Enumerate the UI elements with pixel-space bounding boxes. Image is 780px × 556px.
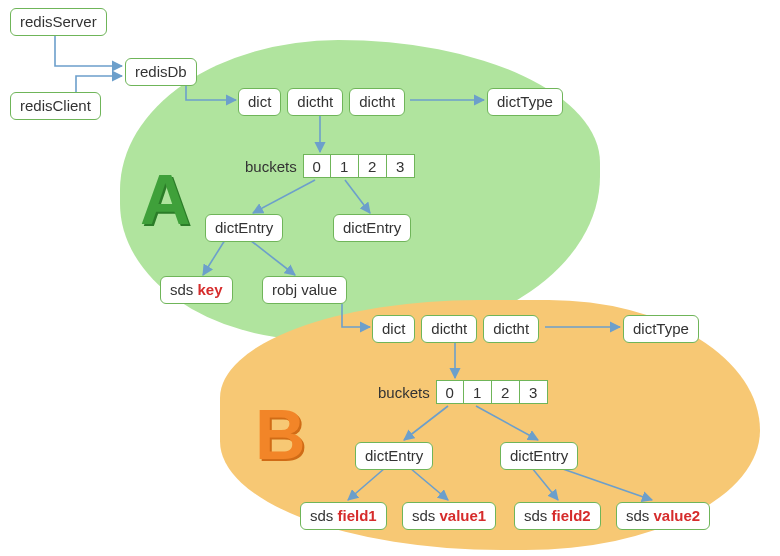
node-b-sds-field1: sds field1 [300, 502, 387, 530]
text-a-value: value [301, 281, 337, 298]
node-b-dictht-1: dictht [421, 315, 477, 343]
cell-b-bucket-3: 3 [520, 380, 548, 404]
node-a-dictht-1: dictht [287, 88, 343, 116]
node-a-dict: dict [238, 88, 281, 116]
node-b-sds-value2: sds value2 [616, 502, 710, 530]
text-b-f2-prefix: sds [524, 507, 552, 524]
node-b-dict-type: dictType [623, 315, 699, 343]
cell-b-bucket-2: 2 [492, 380, 520, 404]
node-b-dict-entry-1: dictEntry [355, 442, 433, 470]
row-b-buckets: buckets 0 1 2 3 [378, 380, 548, 404]
text-b-value2: value2 [654, 507, 701, 524]
label-a-buckets: buckets [245, 158, 297, 175]
cell-a-bucket-0: 0 [303, 154, 331, 178]
text-a-key: key [198, 281, 223, 298]
node-a-dict-entry-1: dictEntry [205, 214, 283, 242]
cell-b-bucket-1: 1 [464, 380, 492, 404]
row-a-buckets: buckets 0 1 2 3 [245, 154, 415, 178]
arrow-layer [0, 0, 780, 556]
node-a-dictht-2: dictht [349, 88, 405, 116]
node-redis-db: redisDb [125, 58, 197, 86]
node-a-dict-entry-2: dictEntry [333, 214, 411, 242]
node-a-sds-key: sds key [160, 276, 233, 304]
cell-a-bucket-1: 1 [331, 154, 359, 178]
text-b-v2-prefix: sds [626, 507, 654, 524]
text-b-field1: field1 [338, 507, 377, 524]
node-b-dictht-2: dictht [483, 315, 539, 343]
node-b-dict-entry-2: dictEntry [500, 442, 578, 470]
cell-a-bucket-3: 3 [387, 154, 415, 178]
group-a-dict: dict dictht dictht [238, 88, 405, 116]
text-b-field2: field2 [552, 507, 591, 524]
text-b-value1: value1 [440, 507, 487, 524]
node-b-sds-value1: sds value1 [402, 502, 496, 530]
text-b-f1-prefix: sds [310, 507, 338, 524]
cell-a-bucket-2: 2 [359, 154, 387, 178]
text-a-sds-prefix: sds [170, 281, 198, 298]
text-b-v1-prefix: sds [412, 507, 440, 524]
text-a-robj-prefix: robj [272, 281, 301, 298]
cell-b-bucket-0: 0 [436, 380, 464, 404]
node-b-sds-field2: sds field2 [514, 502, 601, 530]
node-a-robj-value: robj value [262, 276, 347, 304]
group-b-dict: dict dictht dictht [372, 315, 539, 343]
node-redis-server: redisServer [10, 8, 107, 36]
node-redis-client: redisClient [10, 92, 101, 120]
node-a-dict-type: dictType [487, 88, 563, 116]
label-b-buckets: buckets [378, 384, 430, 401]
node-b-dict: dict [372, 315, 415, 343]
